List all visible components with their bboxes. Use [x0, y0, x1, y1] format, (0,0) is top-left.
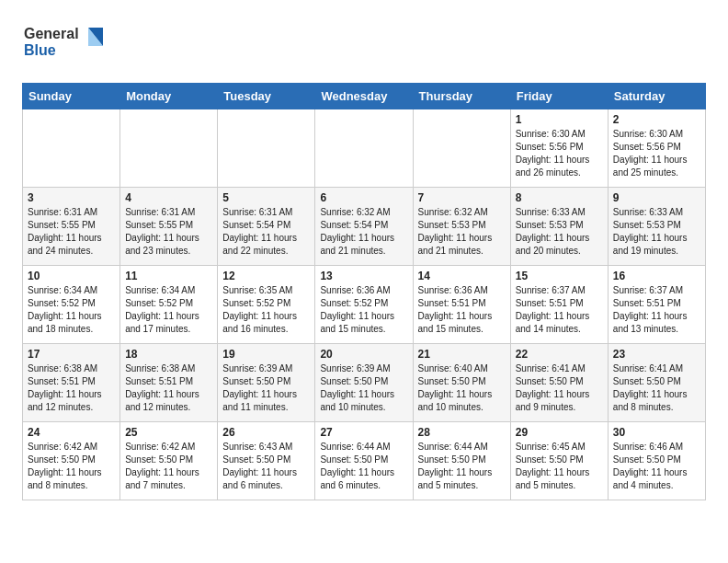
day-info: Sunrise: 6:43 AM Sunset: 5:50 PM Dayligh…: [222, 441, 310, 492]
svg-text:General: General: [24, 26, 79, 41]
day-number: 26: [222, 426, 310, 439]
calendar-cell: 26Sunrise: 6:43 AM Sunset: 5:50 PM Dayli…: [218, 422, 315, 500]
day-info: Sunrise: 6:42 AM Sunset: 5:50 PM Dayligh…: [125, 441, 212, 492]
calendar-cell: 24Sunrise: 6:42 AM Sunset: 5:50 PM Dayli…: [23, 422, 120, 500]
day-number: 22: [516, 348, 603, 361]
calendar-cell: [23, 109, 120, 188]
day-number: 14: [418, 270, 506, 282]
day-number: 10: [28, 270, 115, 282]
day-info: Sunrise: 6:36 AM Sunset: 5:51 PM Dayligh…: [418, 284, 506, 336]
logo-icon: General Blue: [22, 18, 105, 64]
calendar-cell: 12Sunrise: 6:35 AM Sunset: 5:52 PM Dayli…: [218, 266, 315, 344]
day-info: Sunrise: 6:41 AM Sunset: 5:50 PM Dayligh…: [516, 362, 603, 414]
calendar-cell: 5Sunrise: 6:31 AM Sunset: 5:54 PM Daylig…: [218, 188, 315, 266]
day-number: 13: [320, 270, 407, 282]
calendar-cell: 3Sunrise: 6:31 AM Sunset: 5:55 PM Daylig…: [23, 188, 120, 266]
day-number: 3: [28, 191, 115, 204]
day-number: 18: [125, 348, 212, 361]
calendar-cell: 4Sunrise: 6:31 AM Sunset: 5:55 PM Daylig…: [120, 188, 218, 266]
col-header-monday: Monday: [120, 84, 218, 109]
day-number: 9: [613, 191, 700, 204]
day-number: 16: [613, 270, 700, 282]
calendar-cell: 1Sunrise: 6:30 AM Sunset: 5:56 PM Daylig…: [510, 109, 608, 188]
day-number: 12: [222, 270, 310, 282]
col-header-wednesday: Wednesday: [315, 84, 413, 109]
day-info: Sunrise: 6:41 AM Sunset: 5:50 PM Dayligh…: [613, 362, 700, 414]
day-info: Sunrise: 6:46 AM Sunset: 5:50 PM Dayligh…: [613, 441, 700, 492]
calendar-cell: [218, 109, 315, 188]
calendar-week-3: 10Sunrise: 6:34 AM Sunset: 5:52 PM Dayli…: [23, 266, 706, 344]
calendar-cell: 22Sunrise: 6:41 AM Sunset: 5:50 PM Dayli…: [510, 344, 608, 422]
calendar-cell: 2Sunrise: 6:30 AM Sunset: 5:56 PM Daylig…: [608, 109, 705, 188]
day-info: Sunrise: 6:44 AM Sunset: 5:50 PM Dayligh…: [418, 441, 506, 492]
day-info: Sunrise: 6:45 AM Sunset: 5:50 PM Dayligh…: [516, 441, 603, 492]
calendar-cell: 27Sunrise: 6:44 AM Sunset: 5:50 PM Dayli…: [315, 422, 413, 500]
day-number: 19: [222, 348, 310, 361]
day-number: 6: [320, 191, 407, 204]
day-info: Sunrise: 6:30 AM Sunset: 5:56 PM Dayligh…: [516, 128, 603, 179]
day-number: 1: [516, 113, 603, 126]
day-number: 27: [320, 426, 407, 439]
day-number: 11: [125, 270, 212, 282]
calendar-week-5: 24Sunrise: 6:42 AM Sunset: 5:50 PM Dayli…: [23, 422, 706, 500]
day-number: 25: [125, 426, 212, 439]
day-number: 21: [418, 348, 506, 361]
calendar-cell: 17Sunrise: 6:38 AM Sunset: 5:51 PM Dayli…: [23, 344, 120, 422]
calendar-cell: 25Sunrise: 6:42 AM Sunset: 5:50 PM Dayli…: [120, 422, 218, 500]
day-number: 4: [125, 191, 212, 204]
day-info: Sunrise: 6:34 AM Sunset: 5:52 PM Dayligh…: [125, 284, 212, 336]
day-info: Sunrise: 6:33 AM Sunset: 5:53 PM Dayligh…: [613, 206, 700, 258]
day-info: Sunrise: 6:35 AM Sunset: 5:52 PM Dayligh…: [222, 284, 310, 336]
day-number: 23: [613, 348, 700, 361]
day-number: 24: [28, 426, 115, 439]
col-header-sunday: Sunday: [23, 84, 120, 109]
calendar-week-2: 3Sunrise: 6:31 AM Sunset: 5:55 PM Daylig…: [23, 188, 706, 266]
day-info: Sunrise: 6:38 AM Sunset: 5:51 PM Dayligh…: [125, 362, 212, 414]
calendar-cell: 15Sunrise: 6:37 AM Sunset: 5:51 PM Dayli…: [510, 266, 608, 344]
day-number: 17: [28, 348, 115, 361]
header: General Blue: [22, 18, 706, 68]
day-info: Sunrise: 6:42 AM Sunset: 5:50 PM Dayligh…: [28, 441, 115, 492]
day-number: 29: [516, 426, 603, 439]
calendar-week-1: 1Sunrise: 6:30 AM Sunset: 5:56 PM Daylig…: [23, 109, 706, 188]
calendar-cell: [315, 109, 413, 188]
calendar-cell: 13Sunrise: 6:36 AM Sunset: 5:52 PM Dayli…: [315, 266, 413, 344]
day-info: Sunrise: 6:32 AM Sunset: 5:54 PM Dayligh…: [320, 206, 407, 258]
calendar-cell: 11Sunrise: 6:34 AM Sunset: 5:52 PM Dayli…: [120, 266, 218, 344]
day-info: Sunrise: 6:31 AM Sunset: 5:55 PM Dayligh…: [28, 206, 115, 258]
day-number: 20: [320, 348, 407, 361]
col-header-saturday: Saturday: [608, 84, 705, 109]
calendar-cell: 20Sunrise: 6:39 AM Sunset: 5:50 PM Dayli…: [315, 344, 413, 422]
calendar-cell: 19Sunrise: 6:39 AM Sunset: 5:50 PM Dayli…: [218, 344, 315, 422]
calendar-cell: 7Sunrise: 6:32 AM Sunset: 5:53 PM Daylig…: [413, 188, 510, 266]
calendar-cell: 23Sunrise: 6:41 AM Sunset: 5:50 PM Dayli…: [608, 344, 705, 422]
calendar-cell: 29Sunrise: 6:45 AM Sunset: 5:50 PM Dayli…: [510, 422, 608, 500]
col-header-thursday: Thursday: [413, 84, 510, 109]
calendar-cell: 14Sunrise: 6:36 AM Sunset: 5:51 PM Dayli…: [413, 266, 510, 344]
day-number: 5: [222, 191, 310, 204]
day-info: Sunrise: 6:30 AM Sunset: 5:56 PM Dayligh…: [613, 128, 700, 179]
day-info: Sunrise: 6:38 AM Sunset: 5:51 PM Dayligh…: [28, 362, 115, 414]
calendar-week-4: 17Sunrise: 6:38 AM Sunset: 5:51 PM Dayli…: [23, 344, 706, 422]
day-number: 2: [613, 113, 700, 126]
day-number: 15: [516, 270, 603, 282]
day-info: Sunrise: 6:44 AM Sunset: 5:50 PM Dayligh…: [320, 441, 407, 492]
calendar-cell: [120, 109, 218, 188]
calendar-cell: 16Sunrise: 6:37 AM Sunset: 5:51 PM Dayli…: [608, 266, 705, 344]
day-info: Sunrise: 6:40 AM Sunset: 5:50 PM Dayligh…: [418, 362, 506, 414]
calendar-cell: 18Sunrise: 6:38 AM Sunset: 5:51 PM Dayli…: [120, 344, 218, 422]
calendar-cell: 28Sunrise: 6:44 AM Sunset: 5:50 PM Dayli…: [413, 422, 510, 500]
col-header-friday: Friday: [510, 84, 608, 109]
calendar-cell: 21Sunrise: 6:40 AM Sunset: 5:50 PM Dayli…: [413, 344, 510, 422]
day-info: Sunrise: 6:37 AM Sunset: 5:51 PM Dayligh…: [613, 284, 700, 336]
calendar-cell: 10Sunrise: 6:34 AM Sunset: 5:52 PM Dayli…: [23, 266, 120, 344]
day-info: Sunrise: 6:36 AM Sunset: 5:52 PM Dayligh…: [320, 284, 407, 336]
col-header-tuesday: Tuesday: [218, 84, 315, 109]
day-info: Sunrise: 6:39 AM Sunset: 5:50 PM Dayligh…: [222, 362, 310, 414]
calendar-cell: 8Sunrise: 6:33 AM Sunset: 5:53 PM Daylig…: [510, 188, 608, 266]
day-info: Sunrise: 6:39 AM Sunset: 5:50 PM Dayligh…: [320, 362, 407, 414]
day-info: Sunrise: 6:34 AM Sunset: 5:52 PM Dayligh…: [28, 284, 115, 336]
day-number: 8: [516, 191, 603, 204]
day-number: 30: [613, 426, 700, 439]
calendar-cell: 9Sunrise: 6:33 AM Sunset: 5:53 PM Daylig…: [608, 188, 705, 266]
